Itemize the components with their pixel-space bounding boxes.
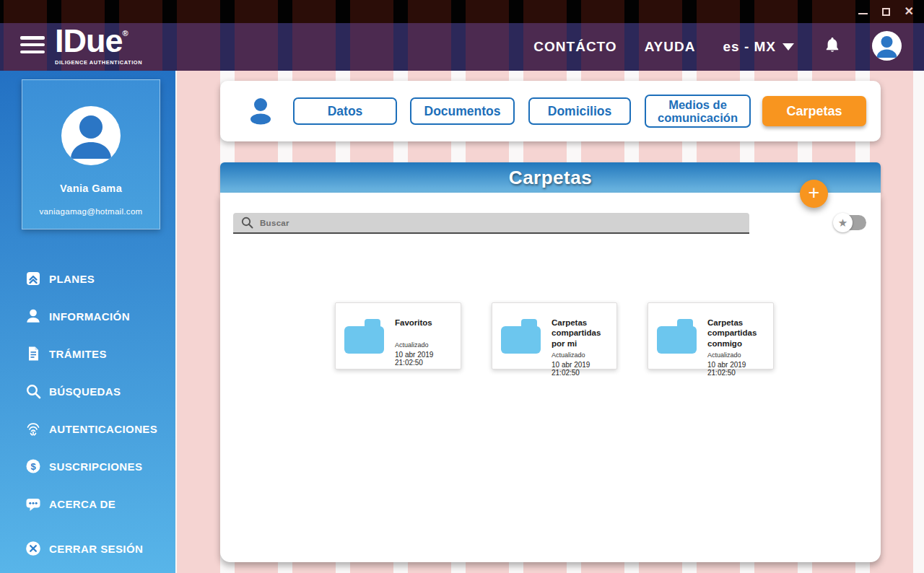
sidebar-item-label: AUTENTICACIONES	[49, 423, 157, 435]
folder-card-compartidas-conmigo[interactable]: Carpetas compartidas conmigo Actualizado…	[648, 302, 774, 369]
person-icon	[246, 96, 275, 129]
close-icon[interactable]: ✕	[905, 4, 914, 19]
folder-updated-date: 10 abr 2019 21:02:50	[395, 351, 457, 367]
tab-bar: Datos Documentos Domicilios Medios de co…	[220, 81, 881, 141]
sidebar-item-suscripciones[interactable]: $ SUSCRIPCIONES	[0, 447, 175, 485]
tab-datos[interactable]: Datos	[293, 97, 397, 125]
sidebar-item-label: ACERCA DE	[49, 498, 116, 510]
folder-icon	[344, 319, 384, 354]
language-value: es - MX	[723, 39, 776, 55]
app-window: ✕ IDue® DILIGENCE AUTHENTICATION CONTÁCT…	[0, 0, 924, 573]
sidebar-item-planes[interactable]: PLANES	[0, 260, 175, 297]
star-icon: ★	[833, 213, 853, 232]
chevron-down-icon	[783, 43, 794, 51]
registered-mark: ®	[123, 29, 128, 38]
folder-name: Carpetas compartidas conmigo	[707, 318, 770, 349]
tab-carpetas[interactable]: Carpetas	[762, 96, 866, 126]
sidebar-item-acerca-de[interactable]: ACERCA DE	[0, 485, 175, 522]
fingerprint-icon	[25, 420, 42, 437]
tab-documentos[interactable]: Documentos	[410, 97, 515, 125]
plans-icon	[25, 270, 42, 287]
folder-updated-date: 10 abr 2019 21:02:50	[707, 361, 770, 377]
brand-logo: IDue® DILIGENCE AUTHENTICATION	[55, 26, 142, 66]
svg-text:$: $	[30, 461, 36, 472]
profile-email: vaniagamag@hotmail.com	[22, 207, 160, 216]
search-input[interactable]	[260, 219, 749, 227]
chat-icon	[25, 495, 42, 512]
person-icon	[25, 307, 42, 325]
add-folder-button[interactable]: +	[800, 180, 828, 208]
sidebar-nav: PLANES INFORMACIÓN TRÁMITES BÚSQUEDAS	[0, 260, 175, 522]
folder-name: Carpetas compartidas por mi	[552, 318, 613, 349]
folder-updated-label: Actualizado	[552, 351, 613, 359]
folder-updated-label: Actualizado	[707, 351, 770, 359]
sidebar-item-label: BÚSQUEDAS	[49, 385, 121, 398]
minimize-icon[interactable]	[858, 4, 868, 19]
sidebar-item-label: CERRAR SESIÓN	[49, 543, 143, 555]
sidebar: Vania Gama vaniagamag@hotmail.com PLANES…	[0, 71, 175, 573]
folder-updated-label: Actualizado	[395, 341, 457, 349]
tab-domicilios[interactable]: Domicilios	[528, 97, 631, 125]
dollar-icon: $	[25, 458, 42, 475]
search-icon	[25, 382, 42, 400]
brand-name: IDue	[55, 22, 123, 59]
logout-icon	[25, 540, 42, 557]
folders-panel-body: Favoritos Actualizado 10 abr 2019 21:02:…	[220, 193, 881, 562]
sidebar-item-autenticaciones[interactable]: AUTENTICACIONES	[0, 410, 175, 447]
user-avatar[interactable]	[872, 31, 902, 61]
header-nav: CONTÁCTO AYUDA es - MX	[533, 23, 794, 71]
folder-card-compartidas-por-mi[interactable]: Carpetas compartidas por mi Actualizado …	[492, 302, 617, 369]
folder-card-favoritos[interactable]: Favoritos Actualizado 10 abr 2019 21:02:…	[335, 302, 461, 369]
sidebar-item-informacion[interactable]: INFORMACIÓN	[0, 297, 175, 335]
window-controls: ✕	[858, 0, 914, 23]
sidebar-item-label: INFORMACIÓN	[49, 310, 130, 323]
titlebar: ✕	[0, 0, 924, 23]
profile-name: Vania Gama	[22, 183, 160, 194]
maximize-icon[interactable]	[882, 4, 890, 19]
folder-name: Favoritos	[395, 318, 457, 338]
folder-search	[233, 213, 749, 234]
folder-icon	[657, 319, 697, 354]
folders-panel: Carpetas + Favoritos Actualizado 10 abr …	[220, 162, 881, 562]
profile-avatar	[61, 106, 121, 165]
brand-tagline: DILIGENCE AUTHENTICATION	[55, 59, 142, 66]
sidebar-item-tramites[interactable]: TRÁMITES	[0, 335, 175, 372]
profile-card: Vania Gama vaniagamag@hotmail.com	[22, 79, 160, 229]
sidebar-item-label: TRÁMITES	[49, 348, 107, 360]
sidebar-item-cerrar-sesion[interactable]: CERRAR SESIÓN	[0, 530, 143, 567]
nav-ayuda[interactable]: AYUDA	[645, 39, 696, 55]
sidebar-item-label: SUSCRIPCIONES	[49, 460, 142, 473]
sidebar-item-busquedas[interactable]: BÚSQUEDAS	[0, 372, 175, 410]
language-select[interactable]: es - MX	[723, 39, 794, 55]
folder-updated-date: 10 abr 2019 21:02:50	[552, 361, 613, 377]
nav-contacto[interactable]: CONTÁCTO	[533, 39, 616, 55]
sidebar-item-label: PLANES	[49, 273, 95, 285]
search-icon	[241, 216, 253, 229]
folder-icon	[501, 319, 541, 354]
panel-title: Carpetas	[220, 162, 881, 193]
tab-medios-de-comunicacion[interactable]: Medios de comunicación	[645, 95, 751, 128]
favorites-toggle[interactable]: ★	[836, 215, 866, 230]
folders-panel-header: Carpetas	[220, 162, 881, 193]
notifications-bell-icon[interactable]	[824, 37, 840, 57]
hamburger-menu-icon[interactable]	[20, 36, 45, 53]
document-icon	[25, 345, 42, 362]
